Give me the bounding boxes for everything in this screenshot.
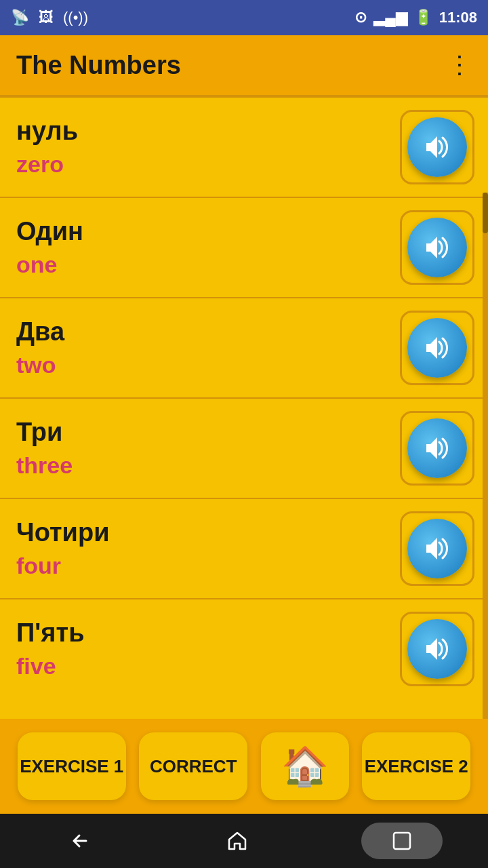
sound-button[interactable]: [400, 511, 474, 586]
clock: 11:08: [439, 9, 477, 26]
word-text: Чотири four: [16, 518, 110, 579]
sound-circle: [407, 418, 467, 478]
sound-button[interactable]: [400, 411, 474, 486]
recents-button[interactable]: [361, 823, 443, 859]
word-text: Два two: [16, 317, 64, 378]
home-icon: 🏠: [281, 744, 329, 789]
word-translation: zero: [16, 151, 78, 178]
word-native: П'ять: [16, 618, 85, 648]
broadcast-icon: ((•)): [63, 9, 88, 26]
word-item: Два two: [0, 298, 488, 399]
word-item: нуль zero: [0, 96, 488, 198]
scroll-thumb: [483, 193, 488, 233]
status-bar-right: ⊙ ▂▄▆ 🔋 11:08: [354, 9, 477, 26]
exercise2-button[interactable]: EXERCISE 2: [362, 732, 470, 800]
word-text: Один one: [16, 217, 83, 278]
word-list: нуль zero Один one: [0, 96, 488, 686]
word-translation: two: [16, 352, 64, 378]
exercise1-button[interactable]: EXERCISE 1: [18, 732, 126, 800]
sound-circle: [407, 318, 467, 378]
speaker-icon: [421, 332, 453, 364]
menu-button[interactable]: ⋮: [447, 51, 472, 79]
cast-icon: ⊙: [354, 9, 367, 26]
sound-circle: [407, 117, 467, 177]
word-text: Три three: [16, 418, 73, 479]
svg-rect-0: [394, 833, 410, 849]
sound-circle: [407, 619, 467, 679]
recents-icon: [391, 830, 413, 852]
word-item: Один one: [0, 198, 488, 298]
home-button[interactable]: 🏠: [261, 732, 349, 800]
bottom-buttons: EXERCISE 1 CORRECT 🏠 EXERCISE 2: [0, 719, 488, 814]
sound-circle: [407, 519, 467, 578]
speaker-icon: [421, 633, 453, 665]
android-nav-bar: [0, 814, 488, 868]
back-icon: [67, 829, 92, 853]
word-translation: five: [16, 653, 85, 679]
word-native: Чотири: [16, 518, 110, 547]
android-home-button[interactable]: [203, 821, 271, 861]
word-text: нуль zero: [16, 117, 78, 178]
speaker-icon: [421, 532, 453, 565]
photo-icon: 🖼: [39, 9, 54, 26]
word-translation: three: [16, 452, 73, 479]
status-bar-left: 📡 🖼 ((•)): [11, 9, 88, 26]
correct-button[interactable]: CORRECT: [139, 732, 247, 800]
scroll-track[interactable]: [483, 193, 488, 735]
sound-button[interactable]: [400, 210, 474, 285]
word-native: Два: [16, 317, 64, 347]
speaker-icon: [421, 231, 453, 264]
wifi-icon: 📡: [11, 9, 29, 26]
sound-button[interactable]: [400, 311, 474, 385]
signal-icon: ▂▄▆: [373, 9, 407, 26]
word-native: Один: [16, 217, 83, 246]
speaker-icon: [421, 131, 453, 163]
word-native: Три: [16, 418, 73, 447]
word-translation: one: [16, 252, 83, 278]
word-translation: four: [16, 553, 110, 579]
app-header: The Numbers ⋮: [0, 35, 488, 96]
app-title: The Numbers: [16, 51, 181, 80]
status-bar: 📡 🖼 ((•)) ⊙ ▂▄▆ 🔋 11:08: [0, 0, 488, 35]
speaker-icon: [421, 432, 453, 465]
sound-button[interactable]: [400, 612, 474, 686]
sound-circle: [407, 218, 467, 277]
word-item: Чотири four: [0, 499, 488, 599]
word-item: П'ять five: [0, 599, 488, 686]
word-item: Три three: [0, 399, 488, 499]
android-home-icon: [225, 829, 249, 853]
battery-icon: 🔋: [414, 9, 432, 26]
back-button[interactable]: [45, 821, 113, 861]
word-text: П'ять five: [16, 618, 85, 679]
sound-button[interactable]: [400, 110, 474, 184]
word-native: нуль: [16, 117, 78, 146]
